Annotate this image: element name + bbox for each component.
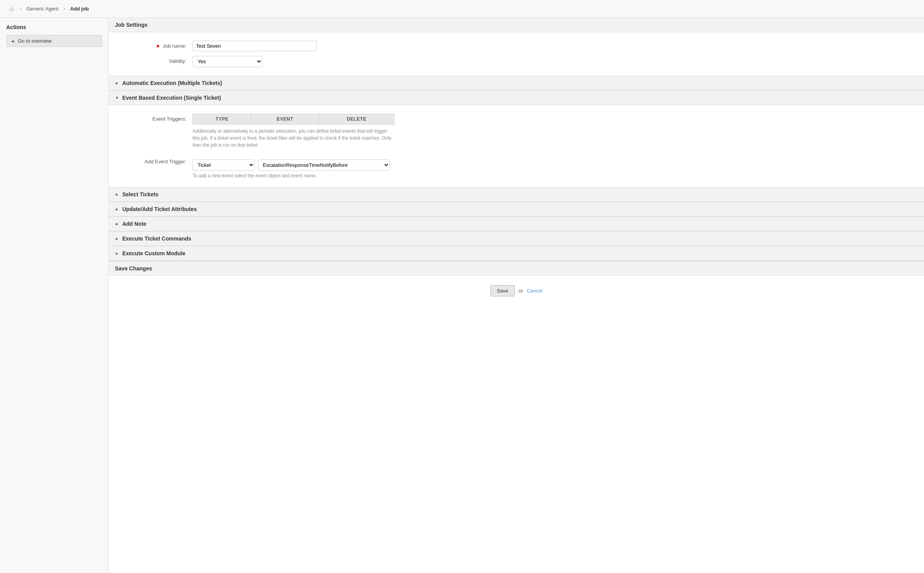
job-name-row: ★ Job name: (109, 38, 924, 54)
breadcrumb-generic-agent[interactable]: Generic Agent (23, 6, 62, 12)
collapse-icon-note: ► (115, 222, 119, 226)
execute-custom-label: Execute Custom Module (122, 250, 186, 256)
event-based-label: Event Based Execution (Single Ticket) (122, 95, 221, 101)
save-changes-body: Save or Cancel (109, 276, 924, 306)
cancel-link[interactable]: Cancel (527, 288, 542, 294)
add-note-label: Add Note (122, 221, 146, 227)
save-changes-section: Save Changes Save or Cancel (109, 261, 924, 306)
select-tickets-section: ► Select Tickets (109, 187, 924, 202)
event-based-section: ▼ Event Based Execution (Single Ticket) … (109, 91, 924, 187)
event-based-header[interactable]: ▼ Event Based Execution (Single Ticket) (109, 91, 924, 105)
add-event-hint: To add a new event select the event obje… (193, 173, 918, 178)
event-triggers-description: Additionally or alternatively to a perio… (193, 128, 394, 149)
validity-select[interactable]: Yes (193, 56, 262, 67)
required-star: ★ (156, 43, 160, 49)
execute-custom-header[interactable]: ► Execute Custom Module (109, 246, 924, 261)
event-triggers-label: Event Triggers: (115, 114, 193, 122)
collapse-icon-auto: ► (115, 81, 119, 85)
sidebar: Actions ◄ Go to overview (0, 18, 109, 573)
validity-row: Validity: Yes (109, 54, 924, 69)
job-name-label: ★ Job name: (115, 41, 193, 49)
job-settings-body: ★ Job name: Validity: Yes (109, 32, 924, 76)
save-button[interactable]: Save (490, 285, 515, 296)
collapse-icon-commands: ► (115, 236, 119, 241)
event-type-select[interactable]: Ticket (193, 159, 255, 171)
select-tickets-label: Select Tickets (122, 191, 158, 197)
event-based-body: Event Triggers: TYPE EVENT DELETE (109, 105, 924, 187)
add-note-section: ► Add Note (109, 217, 924, 232)
execute-commands-header[interactable]: ► Execute Ticket Commands (109, 232, 924, 246)
table-header-delete: DELETE (319, 114, 394, 125)
job-name-control (193, 41, 918, 51)
validity-control: Yes (193, 56, 918, 67)
event-triggers-row: Event Triggers: TYPE EVENT DELETE (109, 111, 924, 151)
job-name-input[interactable] (193, 41, 317, 51)
add-event-trigger-row: Add Event Trigger: Ticket EscalationResp… (109, 154, 924, 181)
automatic-execution-header[interactable]: ► Automatic Execution (Multiple Tickets) (109, 76, 924, 90)
update-tickets-label: Update/Add Ticket Attributes (122, 206, 197, 212)
job-settings-header: Job Settings (109, 18, 924, 32)
execute-custom-section: ► Execute Custom Module (109, 246, 924, 261)
breadcrumb: ⌂ › Generic Agent › Add job (0, 0, 924, 18)
collapse-icon-select: ► (115, 192, 119, 197)
table-header-event: EVENT (251, 114, 319, 125)
update-tickets-section: ► Update/Add Ticket Attributes (109, 202, 924, 217)
main-content: Job Settings ★ Job name: Validity: Ye (109, 18, 924, 573)
collapse-icon-update: ► (115, 207, 119, 211)
go-to-overview-button[interactable]: ◄ Go to overview (6, 35, 102, 47)
sidebar-title: Actions (6, 24, 102, 30)
collapse-icon-custom: ► (115, 251, 119, 256)
job-settings-section: Job Settings ★ Job name: Validity: Ye (109, 18, 924, 76)
execute-commands-section: ► Execute Ticket Commands (109, 232, 924, 246)
add-note-header[interactable]: ► Add Note (109, 217, 924, 231)
back-arrow-icon: ◄ (10, 39, 15, 43)
automatic-execution-label: Automatic Execution (Multiple Tickets) (122, 80, 222, 86)
add-event-trigger-label: Add Event Trigger: (115, 156, 193, 164)
event-name-select[interactable]: EscalationResponseTimeNotifyBefore (258, 159, 390, 171)
validity-label: Validity: (115, 56, 193, 64)
breadcrumb-sep-1: › (19, 5, 22, 13)
add-event-trigger-control: Ticket EscalationResponseTimeNotifyBefor… (193, 156, 918, 178)
table-header-type: TYPE (193, 114, 251, 125)
automatic-execution-section: ► Automatic Execution (Multiple Tickets) (109, 76, 924, 91)
save-or-text: or (519, 288, 523, 294)
save-changes-header: Save Changes (109, 261, 924, 276)
event-triggers-control: TYPE EVENT DELETE Additionally or altern… (193, 114, 918, 149)
execute-commands-label: Execute Ticket Commands (122, 235, 191, 242)
go-to-overview-label: Go to overview (18, 38, 52, 44)
home-icon[interactable]: ⌂ (5, 2, 19, 16)
breadcrumb-sep-2: › (63, 5, 65, 13)
breadcrumb-add-job: Add job (66, 6, 92, 12)
select-tickets-header[interactable]: ► Select Tickets (109, 187, 924, 202)
update-tickets-header[interactable]: ► Update/Add Ticket Attributes (109, 202, 924, 216)
event-triggers-table: TYPE EVENT DELETE (193, 114, 394, 125)
collapse-icon-event: ▼ (115, 95, 119, 100)
add-event-inputs: Ticket EscalationResponseTimeNotifyBefor… (193, 159, 918, 171)
